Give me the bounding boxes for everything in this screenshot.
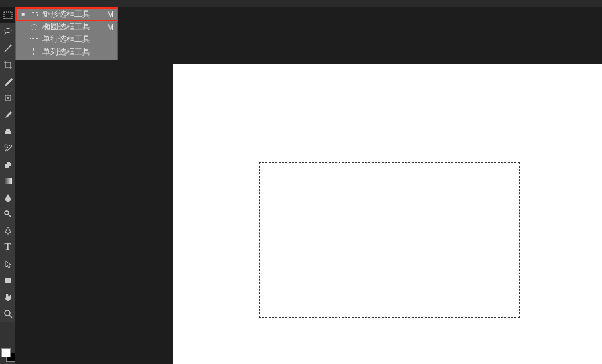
crop-tool[interactable] xyxy=(0,56,15,73)
history-brush-tool[interactable] xyxy=(0,139,15,156)
app-top-bar xyxy=(0,0,602,7)
marquee-flyout-menu: ■ 矩形选框工具 M 椭圆选框工具 M 单行选框工具 单列选框工具 xyxy=(15,7,118,60)
dodge-tool[interactable] xyxy=(0,206,15,222)
healing-brush-tool[interactable] xyxy=(0,90,15,106)
marquee-tool[interactable] xyxy=(0,7,15,23)
clone-stamp-tool[interactable] xyxy=(0,123,15,139)
tool-palette: T xyxy=(0,7,15,322)
svg-rect-7 xyxy=(5,278,11,283)
type-tool[interactable]: T xyxy=(0,239,15,255)
shape-tool[interactable] xyxy=(0,272,15,288)
flyout-shortcut: M xyxy=(104,10,113,19)
svg-rect-5 xyxy=(4,178,12,184)
hand-tool[interactable] xyxy=(0,288,15,305)
rect-marquee-icon xyxy=(29,10,38,19)
gradient-tool[interactable] xyxy=(0,172,15,189)
blur-tool[interactable] xyxy=(0,189,15,206)
flyout-label: 单行选框工具 xyxy=(42,34,100,45)
flyout-label: 椭圆选框工具 xyxy=(42,21,100,32)
flyout-item-single-column-marquee[interactable]: 单列选框工具 xyxy=(16,46,117,58)
svg-point-8 xyxy=(5,310,10,316)
brush-tool[interactable] xyxy=(0,106,15,123)
zoom-tool[interactable] xyxy=(0,305,15,322)
ellipse-marquee-icon xyxy=(29,23,38,32)
svg-point-4 xyxy=(5,145,7,147)
svg-point-1 xyxy=(5,28,11,32)
flyout-item-single-row-marquee[interactable]: 单行选框工具 xyxy=(16,33,117,46)
magic-wand-tool[interactable] xyxy=(0,40,15,56)
flyout-label: 矩形选框工具 xyxy=(42,9,100,20)
row-marquee-icon xyxy=(29,35,38,44)
color-swatches[interactable] xyxy=(0,344,15,364)
selection-marquee[interactable] xyxy=(259,162,520,318)
active-marker-icon: ■ xyxy=(21,11,25,17)
eraser-tool[interactable] xyxy=(0,156,15,172)
flyout-shortcut: M xyxy=(104,23,113,32)
foreground-color-swatch[interactable] xyxy=(1,348,11,357)
flyout-label: 单列选框工具 xyxy=(42,46,100,58)
svg-point-6 xyxy=(5,211,9,215)
flyout-item-elliptical-marquee[interactable]: 椭圆选框工具 M xyxy=(16,21,117,33)
col-marquee-icon xyxy=(29,48,38,57)
pen-tool[interactable] xyxy=(0,222,15,239)
flyout-item-rectangular-marquee[interactable]: ■ 矩形选框工具 M xyxy=(16,8,117,21)
path-selection-tool[interactable] xyxy=(0,255,15,272)
svg-rect-0 xyxy=(4,12,12,19)
lasso-tool[interactable] xyxy=(0,23,15,40)
eyedropper-tool[interactable] xyxy=(0,73,15,90)
